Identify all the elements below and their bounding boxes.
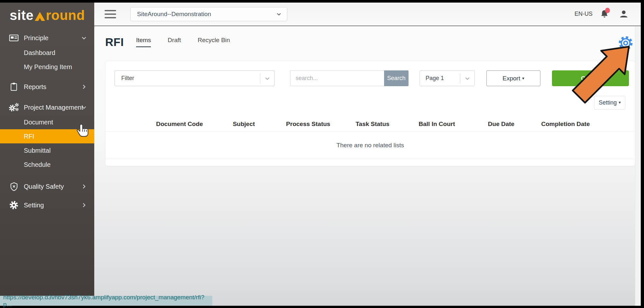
sidebar-item-dashboard[interactable]: Dashboard: [0, 46, 94, 60]
tab-draft[interactable]: Draft: [168, 37, 181, 47]
sidebar-item-label: Setting: [24, 202, 44, 209]
caret-down-icon: ▾: [522, 76, 524, 81]
sidebar-item-quality-safety[interactable]: Quality Safety: [0, 179, 94, 194]
empty-state-message: There are no related lists: [336, 142, 404, 149]
status-url-tooltip: https://develop.d3vhbv73sh7yk6.amplifyap…: [0, 296, 212, 306]
caret-down-icon: ▾: [619, 100, 621, 105]
table-header-row: Document Code Subject Process Status Tas…: [106, 117, 635, 131]
logo-text-site: site: [10, 8, 33, 23]
tab-bar: Items Draft Recycle Bin: [136, 37, 247, 47]
scrollbar[interactable]: [635, 26, 641, 306]
sidebar-menu: Principle Dashboard My Pending Item Repo…: [0, 30, 94, 213]
sidebar-item-label: Submittal: [24, 147, 51, 154]
sidebar-item-label: Document: [24, 119, 53, 126]
project-selector-value: SiteAround--Demonstration: [137, 11, 211, 18]
table-empty-row: There are no related lists: [106, 131, 635, 159]
sidebar-item-rfi[interactable]: RFI: [0, 129, 94, 143]
sidebar: site round Principle Dashboard My Pendin…: [0, 3, 94, 306]
chevron-down-icon: [276, 11, 282, 17]
notifications-bell-icon[interactable]: [600, 9, 610, 19]
sidebar-item-label: RFI: [24, 133, 34, 140]
search-button[interactable]: Search: [384, 70, 409, 86]
rfi-list-card: Filter Search Page 1: [105, 61, 635, 166]
chevron-right-icon: [81, 202, 87, 208]
user-account-icon[interactable]: [619, 9, 629, 19]
sidebar-item-label: Quality Safety: [24, 183, 64, 190]
sidebar-item-setting[interactable]: Setting: [0, 197, 94, 213]
column-header-document-code[interactable]: Document Code: [147, 121, 212, 128]
app-logo[interactable]: site round: [0, 3, 94, 23]
page-header: RFI Items Draft Recycle Bin: [105, 36, 247, 49]
clipboard-icon: [8, 81, 19, 92]
hamburger-menu-icon[interactable]: [105, 10, 116, 18]
filter-select[interactable]: Filter: [115, 70, 275, 86]
search-input[interactable]: [290, 70, 384, 86]
create-button[interactable]: Create: [552, 70, 629, 86]
column-header-process-status[interactable]: Process Status: [276, 121, 340, 128]
topbar-right: EN-US: [575, 9, 629, 19]
table-setting-button[interactable]: Setting▾: [594, 96, 625, 110]
chevron-down-icon: [81, 35, 87, 41]
sidebar-item-label: Principle: [24, 34, 49, 42]
gears-icon: [8, 102, 19, 113]
column-header-due-date[interactable]: Due Date: [469, 121, 533, 128]
filter-select-value: Filter: [115, 75, 260, 82]
logo-text-round: round: [46, 8, 85, 23]
tab-recycle-bin[interactable]: Recycle Bin: [198, 37, 230, 47]
screenshot-stage: site round Principle Dashboard My Pendin…: [0, 0, 644, 308]
id-card-icon: [8, 32, 19, 43]
notification-badge: [605, 8, 610, 13]
setting-row: Setting▾: [106, 96, 625, 110]
column-header-subject[interactable]: Subject: [212, 121, 276, 128]
language-selector[interactable]: EN-US: [575, 11, 593, 17]
logo-triangle-icon: [34, 12, 45, 21]
page-title: RFI: [105, 36, 124, 49]
sidebar-item-label: Schedule: [24, 161, 51, 168]
sidebar-item-project-management[interactable]: Project Management: [0, 100, 94, 115]
export-button[interactable]: Export▾: [486, 70, 540, 86]
chevron-down-icon: [81, 104, 87, 111]
chevron-right-icon: [81, 183, 87, 190]
tab-items[interactable]: Items: [136, 37, 151, 47]
export-button-label: Export: [502, 75, 520, 82]
sidebar-item-my-pending-item[interactable]: My Pending Item: [0, 60, 94, 74]
search-group: Search: [290, 70, 409, 86]
chevron-right-icon: [81, 84, 87, 90]
sidebar-item-label: Project Management: [24, 104, 83, 111]
setting-button-label: Setting: [599, 99, 617, 106]
toolbar: Filter Search Page 1: [115, 70, 635, 86]
page-select-value: Page 1: [420, 75, 460, 82]
column-header-task-status[interactable]: Task Status: [340, 121, 405, 128]
chevron-down-icon: [460, 75, 474, 82]
status-url-text: https://develop.d3vhbv73sh7yk6.amplifyap…: [3, 294, 212, 308]
sidebar-item-schedule[interactable]: Schedule: [0, 158, 94, 172]
page-settings-gear-icon[interactable]: [618, 35, 634, 51]
column-header-ball-in-court[interactable]: Ball In Court: [405, 121, 469, 128]
sidebar-item-label: Reports: [24, 83, 46, 91]
page-select[interactable]: Page 1: [419, 70, 475, 86]
column-header-completion-date[interactable]: Completion Date: [533, 121, 598, 128]
topbar: SiteAround--Demonstration EN-US: [94, 3, 641, 26]
main-content: RFI Items Draft Recycle Bin Filter: [94, 26, 641, 306]
sidebar-item-label: Dashboard: [24, 49, 55, 57]
sidebar-item-principle[interactable]: Principle: [0, 30, 94, 46]
gear-icon: [8, 200, 19, 211]
sidebar-item-reports[interactable]: Reports: [0, 79, 94, 95]
shield-x-icon: [8, 181, 19, 192]
sidebar-item-submittal[interactable]: Submittal: [0, 143, 94, 158]
chevron-down-icon: [260, 75, 274, 82]
sidebar-item-document[interactable]: Document: [0, 115, 94, 129]
project-selector[interactable]: SiteAround--Demonstration: [130, 7, 287, 21]
sidebar-item-label: My Pending Item: [24, 63, 72, 71]
